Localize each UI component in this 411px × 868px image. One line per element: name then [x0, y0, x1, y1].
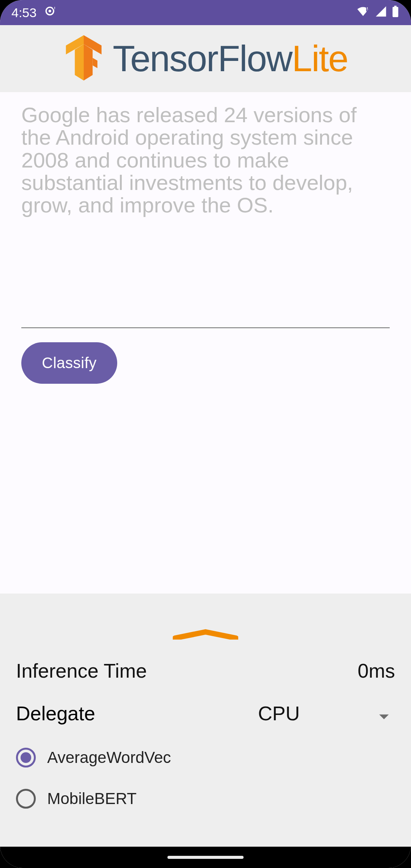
app-bar: TensorFlowLite — [0, 25, 411, 92]
radio-averagewordvec[interactable]: AverageWordVec — [16, 748, 395, 767]
navigation-bar — [0, 847, 411, 868]
battery-icon — [391, 5, 400, 20]
svg-point-1 — [49, 10, 51, 12]
logo-word-lite: Lite — [292, 38, 348, 79]
inference-time-label: Inference Time — [16, 659, 147, 682]
status-time: 4:53 — [11, 5, 37, 20]
radio-mobilebert[interactable]: MobileBERT — [16, 789, 395, 809]
svg-marker-12 — [93, 58, 98, 68]
text-input-wrap — [21, 104, 390, 330]
radio-selected-dot — [21, 752, 31, 763]
svg-rect-7 — [393, 7, 398, 17]
expand-handle[interactable] — [16, 629, 395, 641]
delegate-row: Delegate CPU — [16, 702, 395, 725]
svg-marker-11 — [84, 44, 92, 80]
wifi-icon: ! — [355, 5, 371, 20]
bottom-sheet[interactable]: Inference Time 0ms Delegate CPU AverageW… — [0, 617, 411, 847]
status-bar: 4:53 ! ! — [0, 0, 411, 25]
classify-button[interactable]: Classify — [21, 342, 117, 384]
delegate-label: Delegate — [16, 702, 95, 725]
svg-text:!: ! — [54, 6, 55, 10]
svg-rect-6 — [394, 6, 397, 7]
status-left: 4:53 ! — [11, 5, 56, 21]
cellular-icon — [374, 5, 387, 20]
tensorflow-mark-icon — [63, 34, 104, 84]
logo-text: TensorFlowLite — [113, 38, 348, 80]
status-right: ! — [355, 5, 400, 20]
chevron-up-icon — [173, 629, 238, 641]
classification-text-input[interactable] — [21, 104, 390, 328]
radio-label: MobileBERT — [47, 790, 137, 808]
radio-label: AverageWordVec — [47, 748, 171, 767]
device-frame: 4:53 ! ! — [0, 0, 411, 868]
home-gesture-indicator[interactable] — [167, 856, 244, 859]
radio-button-icon — [16, 789, 36, 809]
svg-marker-10 — [75, 44, 84, 80]
delegate-selected-value: CPU — [258, 702, 300, 725]
delegate-dropdown[interactable]: CPU — [258, 702, 395, 725]
svg-text:!: ! — [366, 6, 368, 11]
inference-time-row: Inference Time 0ms — [16, 659, 395, 682]
inference-time-value: 0ms — [358, 659, 395, 682]
location-off-icon: ! — [43, 5, 56, 21]
tensorflow-lite-logo: TensorFlowLite — [63, 34, 348, 84]
main-content: Classify — [0, 92, 411, 594]
dropdown-arrow-icon — [378, 702, 390, 725]
radio-button-icon — [16, 748, 36, 767]
model-radio-group: AverageWordVec MobileBERT — [16, 748, 395, 809]
logo-word-tensorflow: TensorFlow — [113, 38, 292, 79]
